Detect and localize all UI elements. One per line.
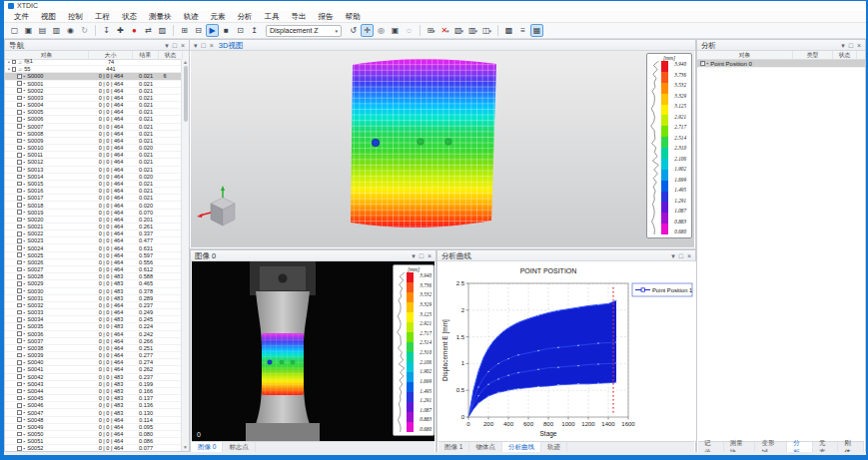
nav-point-row[interactable]: ▪S00130 | 0 | 4640.021	[5, 167, 181, 174]
deformation-mesh[interactable]	[337, 53, 506, 232]
nav-point-row[interactable]: ▪S00250 | 0 | 4640.597	[5, 252, 181, 259]
nav-point-row[interactable]: ▪S00330 | 0 | 4640.249	[5, 309, 181, 316]
expand-icon[interactable]: •	[8, 66, 10, 72]
row-checkbox[interactable]	[17, 446, 22, 451]
nav-point-row[interactable]: ▪S00520 | 0 | 4640.077	[5, 445, 181, 451]
row-checkbox[interactable]	[17, 225, 22, 230]
row-checkbox[interactable]	[17, 267, 22, 272]
nav-point-row[interactable]: ▪S00160 | 0 | 4640.021	[5, 188, 181, 195]
nav-point-row[interactable]: ▪S00490 | 0 | 4640.095	[5, 424, 181, 431]
row-checkbox[interactable]	[17, 182, 22, 187]
record-icon[interactable]: ●	[128, 24, 141, 37]
save-as-icon[interactable]: ▥	[50, 24, 63, 37]
nav-point-row[interactable]: ▪S00470 | 0 | 4830.130	[5, 409, 181, 416]
row-checkbox[interactable]	[17, 88, 22, 93]
nav-point-row[interactable]: ▪S00030 | 0 | 4640.021	[5, 95, 181, 102]
row-checkbox[interactable]	[12, 60, 17, 65]
nav-point-row[interactable]: ▪S00270 | 0 | 4640.612	[5, 266, 181, 273]
row-checkbox[interactable]	[17, 410, 22, 415]
row-checkbox[interactable]: ✓	[700, 61, 705, 66]
row-checkbox[interactable]	[17, 331, 22, 336]
nav-point-row[interactable]: ▪S00510 | 0 | 4640.086	[5, 438, 181, 445]
row-checkbox[interactable]	[17, 231, 22, 236]
row-checkbox[interactable]	[17, 96, 22, 101]
menu-item-9[interactable]: 工具	[259, 11, 286, 23]
save-icon[interactable]: ▤	[36, 24, 49, 37]
row-checkbox[interactable]	[17, 117, 22, 122]
nav-point-row[interactable]: ▪S00380 | 0 | 4640.251	[5, 345, 181, 352]
row-checkbox[interactable]	[17, 324, 22, 329]
table-icon[interactable]: ⊞	[178, 24, 191, 37]
close-icon[interactable]: ×	[687, 250, 691, 261]
combo-arrow-icon[interactable]: ▾	[335, 28, 338, 34]
scroll-down-icon[interactable]: ▼	[183, 444, 188, 451]
nav-point-row[interactable]: ▪S00290 | 0 | 4830.465	[5, 280, 181, 287]
menu-item-3[interactable]: 工程	[89, 11, 116, 23]
duplicate-icon[interactable]: ⊡	[234, 24, 247, 37]
nav-point-row[interactable]: ▪S00400 | 0 | 4640.274	[5, 359, 181, 366]
row-checkbox[interactable]	[17, 175, 22, 180]
row-checkbox[interactable]	[17, 288, 22, 293]
row-checkbox[interactable]	[17, 252, 22, 257]
pin-icon[interactable]: ↧	[100, 24, 113, 37]
menu-item-12[interactable]: 帮助	[340, 11, 367, 23]
menu-item-1[interactable]: 视图	[35, 11, 62, 23]
nav-point-row[interactable]: ▪S00050 | 0 | 4640.021	[5, 109, 181, 116]
row-checkbox[interactable]	[17, 374, 22, 379]
nav-point-row[interactable]: ▪S00120 | 0 | 4640.021	[5, 159, 181, 166]
stage-browser-icon[interactable]: ▦	[530, 24, 543, 37]
fit-view-icon[interactable]: ▣	[389, 24, 402, 37]
row-checkbox[interactable]	[17, 338, 22, 343]
nav-point-row[interactable]: ▪S00020 | 0 | 4640.021	[5, 88, 181, 95]
menu-item-0[interactable]: 文件	[8, 11, 35, 23]
row-checkbox[interactable]	[17, 432, 22, 437]
analysis-col-0[interactable]: 对象	[697, 51, 793, 59]
layout-menu-icon[interactable]: ▥▾	[466, 24, 479, 37]
nav-point-row[interactable]: ▪S00460 | 0 | 4830.136	[5, 402, 181, 409]
dock-menu-icon[interactable]: ▾	[671, 250, 675, 261]
delete-menu-icon[interactable]: ✕▾	[438, 24, 451, 37]
row-checkbox[interactable]	[17, 274, 22, 279]
analysis-table[interactable]: ✓▪Point Position 0	[697, 60, 865, 68]
camera-image-viewport[interactable]: [mm]3.9403.7363.5323.3293.1252.9212.7172…	[192, 261, 434, 442]
nav-point-row[interactable]: ✓▪S00000 | 0 | 4640.0216	[5, 73, 181, 80]
nav-point-row[interactable]: ▪S00360 | 0 | 4640.242	[5, 331, 181, 338]
axis-gizmo[interactable]	[197, 186, 241, 233]
row-checkbox[interactable]	[17, 367, 22, 372]
row-checkbox[interactable]	[17, 124, 22, 129]
row-checkbox[interactable]	[17, 132, 22, 137]
menu-item-2[interactable]: 控制	[62, 11, 89, 23]
dock-menu-icon[interactable]: ▾	[841, 40, 845, 51]
row-checkbox[interactable]	[17, 389, 22, 394]
menu-item-8[interactable]: 分析	[232, 11, 259, 23]
scroll-up-icon[interactable]: ▲	[183, 59, 188, 66]
menu-item-7[interactable]: 元素	[205, 11, 232, 23]
row-checkbox[interactable]	[17, 260, 22, 265]
monitor-icon[interactable]: ⊟	[192, 24, 205, 37]
row-checkbox[interactable]	[17, 310, 22, 315]
nav-point-row[interactable]: ▪S00480 | 0 | 4640.114	[5, 417, 181, 424]
close-icon[interactable]: ×	[181, 40, 185, 51]
row-checkbox[interactable]	[17, 238, 22, 243]
nav-point-row[interactable]: ▪S00230 | 0 | 4640.477	[5, 237, 181, 244]
menu-item-11[interactable]: 报告	[313, 11, 340, 23]
image-icon[interactable]: ▨	[156, 24, 169, 37]
row-checkbox[interactable]	[17, 303, 22, 308]
row-checkbox[interactable]	[12, 67, 17, 72]
nav-point-row[interactable]: ▪S00140 | 0 | 4640.020	[5, 174, 181, 181]
sync-icon[interactable]: ⇄	[142, 24, 155, 37]
nav-col-3[interactable]: 状态	[159, 51, 183, 59]
nav-point-row[interactable]: ▪S00110 | 0 | 4640.021	[5, 152, 181, 159]
nav-point-row[interactable]: ▪S00410 | 0 | 4640.262	[5, 366, 181, 373]
nav-point-row[interactable]: ▪S00150 | 0 | 4640.021	[5, 181, 181, 188]
dock-menu-icon[interactable]: ▾	[194, 40, 198, 51]
row-checkbox[interactable]	[17, 110, 22, 115]
stages-icon[interactable]: ▩	[502, 24, 515, 37]
dock-menu-icon[interactable]: ▾	[165, 40, 169, 51]
row-checkbox[interactable]	[17, 203, 22, 208]
nav-group-row[interactable]: •▱组174	[5, 59, 181, 66]
row-checkbox[interactable]	[17, 281, 22, 286]
nav-point-row[interactable]: ▪S00100 | 0 | 4640.020	[5, 145, 181, 152]
lasso-select-icon[interactable]: ◌	[403, 24, 416, 37]
float-icon[interactable]: □	[202, 40, 206, 51]
